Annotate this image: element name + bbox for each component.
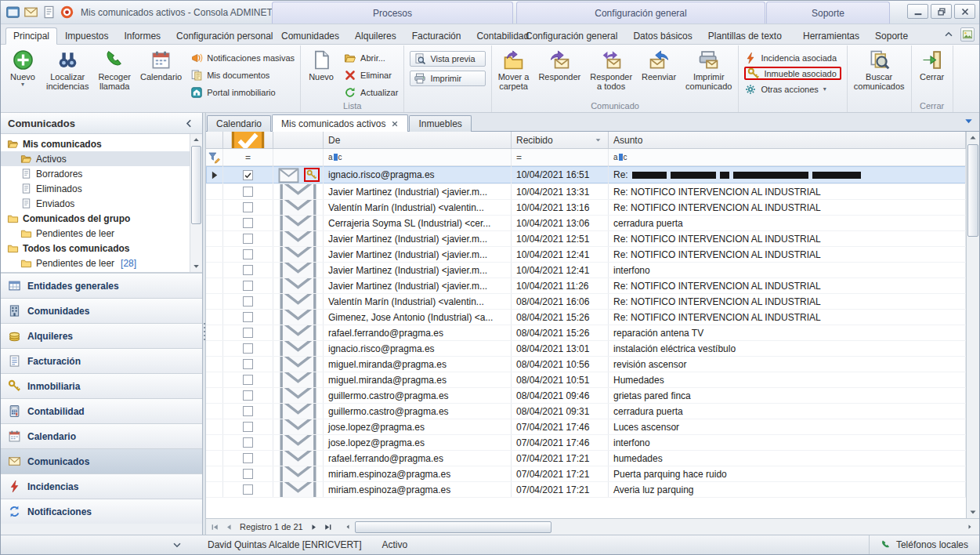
ribbon-tab-soporte[interactable]: Soporte — [867, 27, 916, 45]
row-select-cell[interactable] — [223, 341, 273, 356]
row-checkbox[interactable] — [243, 296, 253, 307]
table-row[interactable]: Cerrajeria Soyma SL (Industrial) <cer...… — [206, 216, 966, 231]
contextual-tab-group-soporte[interactable]: Soporte — [766, 2, 890, 24]
horizontal-scrollbar[interactable] — [342, 521, 976, 534]
skin-gallery-button[interactable] — [960, 27, 975, 42]
sidebar-item-incidencias[interactable]: Incidencias — [1, 473, 202, 499]
row-checkbox[interactable] — [243, 328, 253, 338]
row-select-cell[interactable] — [223, 419, 273, 434]
first-record-button[interactable] — [208, 521, 222, 534]
table-row[interactable]: ignacio.risco@pragma.es08/04/2021 13:01i… — [206, 341, 966, 357]
table-row[interactable]: rafael.ferrando@pragma.es08/04/2021 15:2… — [206, 325, 966, 341]
sidebar-item-comunicados[interactable]: Comunicados — [1, 448, 202, 473]
previous-record-button[interactable] — [222, 521, 236, 534]
row-select-cell[interactable] — [223, 184, 273, 199]
filter-cell-de[interactable]: ac — [324, 149, 512, 165]
ribbon-button-otras-acciones[interactable]: Otras acciones▾ — [744, 82, 841, 96]
ribbon-button-notificaciones-masivas[interactable]: Notificaciones masivas — [190, 51, 295, 64]
row-select-cell[interactable] — [223, 166, 273, 183]
column-header-recibido[interactable]: Recibido — [512, 132, 609, 148]
title-bar[interactable]: Mis comunicados activos - Consola ADMINE… — [1, 1, 979, 24]
scroll-thumb[interactable] — [967, 144, 978, 237]
ribbon-tab-informes[interactable]: Informes — [116, 27, 168, 45]
row-checkbox[interactable] — [243, 422, 253, 432]
ribbon-tab-facturacion[interactable]: Facturación — [404, 27, 469, 45]
ribbon-button-buscar-comunicados[interactable]: Buscar comunicados — [850, 46, 909, 101]
row-select-cell[interactable] — [223, 388, 273, 403]
ribbon-button-mover-a-carpeta[interactable]: Mover a carpeta — [494, 46, 533, 101]
column-header-icons[interactable] — [273, 132, 324, 148]
table-row[interactable]: jose.lopez@pragma.es07/04/2021 17:46inte… — [206, 435, 966, 451]
ribbon-tab-plantillas-de-texto[interactable]: Plantillas de texto — [700, 27, 790, 45]
table-row[interactable]: miriam.espinoza@pragma.es07/04/2021 17:2… — [206, 482, 966, 498]
table-row[interactable]: Valentín Marín (Industrial) <valentin...… — [206, 294, 966, 310]
ribbon-button-vista-previa[interactable]: Vista previa — [410, 51, 485, 67]
table-row[interactable]: Javier Martinez (Industrial) <javier.m..… — [206, 263, 966, 278]
row-checkbox[interactable] — [243, 249, 253, 259]
sidebar-item-calendario[interactable]: Calendario — [1, 423, 202, 448]
sidebar-item-contabilidad[interactable]: Contabilidad — [1, 398, 202, 423]
sidebar-item-comunidades[interactable]: Comunidades — [1, 298, 202, 323]
row-select-cell[interactable] — [223, 482, 273, 497]
ribbon-button-portal-inmobiliario[interactable]: Portal inmobiliario — [190, 85, 295, 99]
sidebar-collapse-button[interactable] — [183, 118, 195, 129]
scroll-left-button[interactable] — [342, 521, 355, 533]
row-select-cell[interactable] — [223, 435, 273, 450]
row-select-cell[interactable] — [223, 325, 273, 340]
column-header-asunto[interactable]: Asunto — [609, 132, 966, 148]
filter-cell-asunto[interactable]: ac — [609, 149, 966, 165]
row-select-cell[interactable] — [223, 372, 273, 387]
column-header-de[interactable]: De — [324, 132, 512, 148]
row-checkbox[interactable] — [243, 218, 253, 228]
ribbon-button-eliminar[interactable]: Eliminar — [344, 68, 398, 82]
ribbon-tab-configuracion-personal[interactable]: Configuración personal — [168, 27, 280, 45]
row-checkbox[interactable] — [243, 281, 253, 291]
scroll-up-icon[interactable] — [967, 132, 979, 144]
row-checkbox[interactable] — [243, 187, 253, 197]
row-checkbox[interactable] — [243, 453, 253, 463]
ribbon-button-responder[interactable]: Responder — [534, 46, 584, 101]
scroll-right-button[interactable] — [963, 521, 976, 533]
table-row[interactable]: Javier Martinez (Industrial) <javier.m..… — [206, 278, 966, 294]
tree-item-todos-los-comunicados[interactable]: Todos los comunicados — [1, 241, 202, 256]
tab-mis-comunicados-activos[interactable]: Mis comunicados activos — [272, 114, 408, 132]
table-row[interactable]: rafael.ferrando@pragma.es07/04/2021 17:2… — [206, 451, 966, 466]
app-button[interactable] — [5, 5, 20, 20]
row-select-cell[interactable] — [223, 247, 273, 262]
tree-item-eliminados[interactable]: Eliminados — [1, 181, 202, 196]
row-select-cell[interactable] — [223, 231, 273, 246]
filter-cell-checkbox[interactable]: = — [223, 149, 273, 165]
table-row[interactable]: miriam.espinoza@pragma.es07/04/2021 17:2… — [206, 466, 966, 482]
ribbon-button-recoger-llamada[interactable]: Recoger llamada — [94, 46, 135, 101]
scroll-down-icon[interactable] — [967, 506, 979, 518]
ribbon-tab-configuracion-general[interactable]: Configuración general — [518, 27, 625, 45]
scroll-thumb[interactable] — [355, 521, 551, 533]
tree-item-comunicados-del-grupo[interactable]: Comunicados del grupo — [1, 211, 202, 226]
ribbon-tab-impuestos[interactable]: Impuestos — [57, 27, 116, 45]
ribbon-tab-herramientas[interactable]: Herramientas — [795, 27, 867, 45]
tree-item-pendientes-de-leer[interactable]: Pendientes de leer — [1, 226, 202, 241]
tree-item-enviados[interactable]: Enviados — [1, 196, 202, 211]
tree-item-activos[interactable]: Activos — [1, 151, 202, 166]
contextual-tab-group-procesos[interactable]: Procesos — [272, 2, 513, 24]
scroll-thumb[interactable] — [191, 146, 201, 224]
row-checkbox[interactable] — [243, 234, 253, 244]
ribbon-button-localizar-incidencias[interactable]: Localizar incidencias — [42, 46, 92, 101]
row-checkbox[interactable] — [243, 265, 253, 275]
row-checkbox[interactable] — [243, 375, 253, 385]
last-record-button[interactable] — [321, 521, 335, 534]
tab-list-arrow-icon[interactable] — [963, 115, 975, 127]
column-header-checkbox[interactable] — [223, 132, 273, 148]
row-checkbox[interactable] — [243, 312, 253, 322]
ribbon-button-nuevo[interactable]: Nuevo▾ — [5, 46, 41, 101]
row-select-cell[interactable] — [223, 294, 273, 309]
table-row[interactable]: Valentín Marín (Industrial) <valentin...… — [206, 200, 966, 216]
ribbon-button-incidencia-asociada[interactable]: Incidencia asociada — [744, 51, 841, 64]
restore-button[interactable] — [931, 4, 952, 19]
row-select-cell[interactable] — [223, 404, 273, 419]
row-select-cell[interactable] — [223, 200, 273, 215]
sidebar-splitter[interactable] — [203, 113, 206, 535]
ribbon-tab-datos-basicos[interactable]: Datos básicos — [625, 27, 700, 45]
scroll-up-icon[interactable] — [190, 134, 202, 146]
ribbon-button-nuevo[interactable]: Nuevo — [303, 46, 339, 101]
